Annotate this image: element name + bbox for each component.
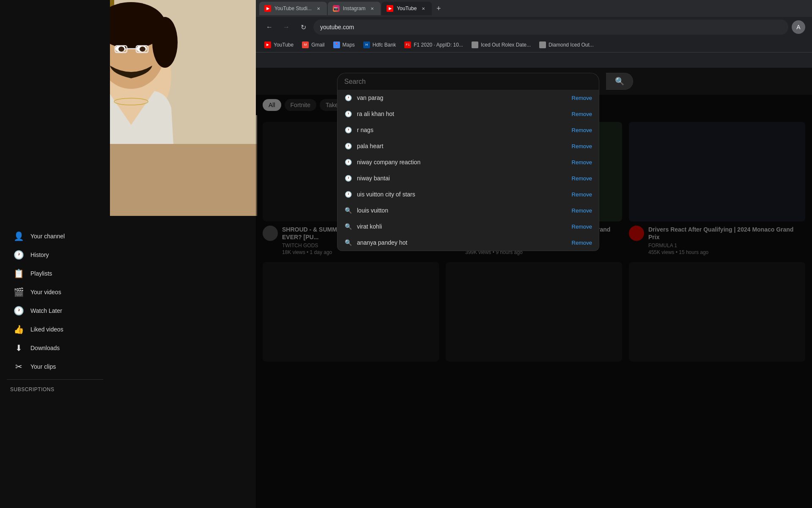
sidebar: 👤 Your channel 🕐 History 📋 Playlists 🎬 Y… <box>0 0 110 508</box>
search-item-niway-company[interactable]: 🕐 niway company reaction Remove <box>337 154 599 170</box>
search-icon-2: 🔍 <box>344 223 352 230</box>
sidebar-item-playlists[interactable]: 📋 Playlists <box>3 264 107 283</box>
remove-btn-10[interactable]: Remove <box>572 240 592 246</box>
search-dropdown: 🕐 van parag Remove 🕐 ra ali khan hot Rem… <box>337 90 599 251</box>
search-icon-1: 🔍 <box>344 207 352 214</box>
search-text-2: ra ali khan hot <box>357 110 567 117</box>
bookmark-gmail-label: Gmail <box>311 42 324 48</box>
search-item-van-parag[interactable]: 🕐 van parag Remove <box>337 90 599 106</box>
history-icon: 🕐 <box>14 250 24 260</box>
remove-btn-2[interactable]: Remove <box>572 111 592 117</box>
tab-instagram[interactable]: 📷 Instagram ✕ <box>328 2 381 15</box>
sidebar-item-your-clips[interactable]: ✂ Your clips <box>3 357 107 376</box>
history-icon-3: 🕐 <box>344 126 352 134</box>
search-item-virat-kohli[interactable]: 🔍 virat kohli Remove <box>337 218 599 235</box>
search-text-1: van parag <box>357 94 567 101</box>
watch-later-label: Watch Later <box>30 307 62 314</box>
search-input[interactable] <box>337 73 599 90</box>
history-icon-1: 🕐 <box>344 94 352 102</box>
tab-instagram-close[interactable]: ✕ <box>369 5 376 12</box>
tab-youtube-close[interactable]: ✕ <box>420 5 427 12</box>
tab-youtube-label: YouTube <box>397 6 417 11</box>
tab-youtube-studio-close[interactable]: ✕ <box>315 5 322 12</box>
search-text-6: niway bantai <box>357 175 567 182</box>
sidebar-item-liked-videos[interactable]: 👍 Liked videos <box>3 320 107 339</box>
tab-youtube-studio[interactable]: ▶ YouTube Studi... ✕ <box>259 2 327 15</box>
remove-btn-1[interactable]: Remove <box>572 95 592 101</box>
iced-rolex-bm-icon <box>472 41 478 48</box>
bookmark-f1-label: F1 2020 · AppID: 10... <box>414 42 463 48</box>
bookmark-iced-rolex-label: Iced Out Rolex Date... <box>481 42 531 48</box>
address-text: youtube.com <box>320 24 354 30</box>
history-icon-5: 🕐 <box>344 158 352 166</box>
tab-youtube[interactable]: ▶ YouTube ✕ <box>381 2 432 15</box>
bookmark-iced-rolex[interactable]: Iced Out Rolex Date... <box>468 40 534 50</box>
bookmark-youtube[interactable]: ▶ YouTube <box>261 40 297 50</box>
search-container: 🕐 van parag Remove 🕐 ra ali khan hot Rem… <box>256 68 812 95</box>
search-text-10: ananya pandey hot <box>357 239 567 246</box>
new-tab-button[interactable]: + <box>433 3 444 14</box>
history-icon-2: 🕐 <box>344 110 352 118</box>
playlists-icon: 📋 <box>14 268 24 279</box>
your-videos-label: Your videos <box>30 289 61 295</box>
reload-button[interactable]: ↻ <box>296 20 310 34</box>
sidebar-item-history[interactable]: 🕐 History <box>3 246 107 264</box>
your-channel-icon: 👤 <box>14 231 24 241</box>
liked-videos-label: Liked videos <box>30 326 63 333</box>
maps-bm-icon: 📍 <box>333 41 340 48</box>
remove-btn-3[interactable]: Remove <box>572 127 592 133</box>
remove-btn-6[interactable]: Remove <box>572 175 592 182</box>
your-channel-label: Your channel <box>30 233 65 240</box>
back-button[interactable]: ← <box>263 20 276 34</box>
bookmark-youtube-label: YouTube <box>274 42 294 48</box>
search-button[interactable]: 🔍 <box>606 73 633 90</box>
your-clips-icon: ✂ <box>14 362 24 372</box>
downloads-label: Downloads <box>30 345 60 351</box>
your-clips-label: Your clips <box>30 363 56 370</box>
search-text-7: uis vuitton city of stars <box>357 191 567 198</box>
downloads-icon: ⬇ <box>14 343 24 353</box>
profile-avatar[interactable]: A <box>792 20 805 34</box>
remove-btn-7[interactable]: Remove <box>572 191 592 198</box>
remove-btn-9[interactable]: Remove <box>572 224 592 230</box>
search-item-niway-bantai[interactable]: 🕐 niway bantai Remove <box>337 170 599 186</box>
search-item-ananya-pandey[interactable]: 🔍 ananya pandey hot Remove <box>337 235 599 251</box>
tab-youtube-studio-label: YouTube Studi... <box>274 6 312 11</box>
yt-bm-icon: ▶ <box>264 41 271 48</box>
bookmark-maps[interactable]: 📍 Maps <box>330 40 358 50</box>
search-text-9: virat kohli <box>357 223 567 230</box>
svg-point-13 <box>140 47 145 52</box>
bookmark-hdfc-label: Hdfc Bank <box>373 42 396 48</box>
yt-studio-favicon: ▶ <box>264 5 271 12</box>
remove-btn-8[interactable]: Remove <box>572 207 592 214</box>
sidebar-item-watch-later[interactable]: 🕐 Watch Later <box>3 301 107 320</box>
bookmark-gmail[interactable]: M Gmail <box>299 40 328 50</box>
bookmark-hdfc[interactable]: H Hdfc Bank <box>360 40 399 50</box>
search-submit-icon: 🔍 <box>615 77 624 86</box>
search-item-lv-city[interactable]: 🕐 uis vuitton city of stars Remove <box>337 186 599 202</box>
search-item-louis-vuitton[interactable]: 🔍 louis vuitton Remove <box>337 202 599 218</box>
sidebar-item-your-videos[interactable]: 🎬 Your videos <box>3 283 107 301</box>
search-item-ra-ali[interactable]: 🕐 ra ali khan hot Remove <box>337 106 599 122</box>
search-input-wrapper: 🕐 van parag Remove 🕐 ra ali khan hot Rem… <box>337 73 599 90</box>
address-bar[interactable]: youtube.com <box>313 19 788 35</box>
search-text-4: pala heart <box>357 143 567 149</box>
search-item-pala-heart[interactable]: 🕐 pala heart Remove <box>337 138 599 154</box>
bookmark-f1[interactable]: F1 F1 2020 · AppID: 10... <box>401 40 466 50</box>
sidebar-item-downloads[interactable]: ⬇ Downloads <box>3 339 107 357</box>
bookmark-diamond[interactable]: Diamond Iced Out... <box>536 40 597 50</box>
watch-later-icon: 🕐 <box>14 306 24 316</box>
sidebar-item-your-channel[interactable]: 👤 Your channel <box>3 227 107 246</box>
remove-btn-4[interactable]: Remove <box>572 143 592 149</box>
history-icon-7: 🕐 <box>344 190 352 198</box>
sidebar-divider <box>7 379 103 380</box>
hdfc-bm-icon: H <box>363 41 370 48</box>
search-text-5: niway company reaction <box>357 159 567 166</box>
your-videos-icon: 🎬 <box>14 287 24 297</box>
bookmarks-bar: ▶ YouTube M Gmail 📍 Maps H Hdfc Bank F1 … <box>256 37 812 52</box>
remove-btn-5[interactable]: Remove <box>572 159 592 166</box>
address-bar-row: ← → ↻ youtube.com A <box>256 17 812 37</box>
forward-button[interactable]: → <box>280 20 293 34</box>
svg-point-12 <box>118 47 124 52</box>
search-item-r-nags[interactable]: 🕐 r nags Remove <box>337 122 599 138</box>
